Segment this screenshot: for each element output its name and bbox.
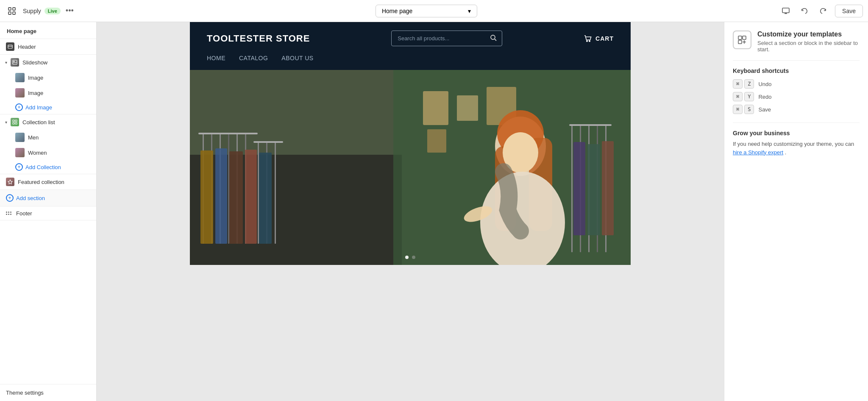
add-section-button[interactable]: + Add section [0,190,96,206]
right-panel: Customize your templates Select a sectio… [724,22,868,401]
panel-title: Customize your templates [757,31,860,38]
hero-dot-1[interactable] [405,256,409,259]
svg-rect-1 [13,8,15,10]
add-collection-link[interactable]: + Add Collection [0,160,96,174]
nav-catalog[interactable]: CATALOG [239,55,268,61]
theme-settings-button[interactable]: Theme settings [6,390,90,396]
sidebar-item-header[interactable]: Header [0,39,96,54]
chevron-slideshow: ▾ [5,60,7,65]
svg-rect-56 [573,142,585,235]
sidebar-section-footer: Footer [0,206,96,220]
svg-rect-25 [228,134,229,244]
shortcut-redo: ⌘ Y Redo [733,92,860,101]
key-cmd-3: ⌘ [733,105,743,114]
store-logo: TOOLTESTER STORE [207,33,310,44]
svg-rect-59 [738,36,742,39]
key-s: S [744,105,754,114]
panel-header: Customize your templates Select a sectio… [733,31,860,53]
save-button[interactable]: Save [835,5,863,17]
svg-marker-15 [8,180,12,184]
add-image-label: Add Image [25,104,52,111]
hire-shopify-link[interactable]: hire a Shopify expert [733,149,783,156]
image2-thumb [15,88,25,97]
svg-rect-12 [15,120,17,122]
add-image-link[interactable]: + Add Image [0,100,96,114]
menu-icon[interactable] [5,4,19,18]
svg-rect-60 [743,36,746,39]
preview-area: TOOLTESTER STORE [97,22,724,401]
hero-dot-2[interactable] [412,256,415,259]
save-action: Save [758,106,771,113]
page-selector-label: Home page [382,8,412,14]
svg-rect-55 [569,124,612,126]
undo-icon[interactable] [798,4,811,18]
add-collection-label: Add Collection [25,164,61,170]
hero-dots [405,256,415,259]
svg-rect-40 [457,95,478,121]
image1-thumb [15,73,25,82]
featured-collection-icon [6,178,14,186]
sidebar-item-collection-list[interactable]: ▾ Collection list [0,114,96,130]
grow-text: If you need help customizing your theme,… [733,140,860,156]
sidebar-item-header-label: Header [18,44,36,50]
plus-icon: + [15,103,23,111]
sidebar-sub-item-image1[interactable]: Image [0,70,96,85]
panel-header-text: Customize your templates Select a sectio… [757,31,860,53]
sidebar-section-header: Header [0,39,96,55]
plus-icon-collection: + [15,163,23,171]
svg-point-10 [14,61,15,62]
search-button[interactable] [485,31,502,46]
main-container: Home page Header ▾ [0,22,868,401]
nav-home[interactable]: HOME [207,55,225,61]
key-cmd-1: ⌘ [733,79,743,89]
sidebar-sub-item-men[interactable]: Men [0,130,96,145]
chevron-collection-list: ▾ [5,120,7,125]
sidebar-sub-item-women[interactable]: Women [0,145,96,160]
page-selector[interactable]: Home page ▾ [376,5,477,17]
sidebar-section-featured: Featured collection [0,174,96,190]
svg-rect-7 [8,45,12,48]
women-thumb [15,148,25,157]
brand-name: Supply [23,8,41,14]
collection-list-icon [11,118,19,126]
sidebar-sub-item-image2[interactable]: Image [0,85,96,100]
add-section-label: Add section [16,195,45,201]
shortcut-undo: ⌘ Z Undo [733,79,860,89]
desktop-icon[interactable] [779,4,793,18]
image1-label: Image [28,75,43,81]
sidebar-item-slideshow-label: Slideshow [22,59,47,66]
cart-button[interactable]: CART [584,34,614,43]
svg-rect-13 [13,123,14,124]
more-options-icon[interactable]: ••• [66,6,74,15]
sidebar-item-slideshow[interactable]: ▾ Slideshow [0,55,96,70]
svg-rect-57 [587,144,600,235]
hero-image [190,70,631,265]
sidebar-section-add: + Add section [0,190,96,206]
sidebar-section-slideshow: ▾ Slideshow Image Image + [0,55,96,114]
preview-inner: TOOLTESTER STORE [190,22,631,265]
svg-rect-28 [198,133,258,134]
chevron-down-icon: ▾ [468,8,471,14]
header-icon [6,42,14,51]
sidebar-item-featured-collection[interactable]: Featured collection [0,174,96,189]
redo-icon[interactable] [816,4,830,18]
nav-about[interactable]: ABOUT US [281,55,313,61]
sidebar-item-footer[interactable]: Footer [0,206,96,220]
svg-rect-39 [423,91,448,125]
footer-icon [6,210,13,217]
svg-rect-61 [738,40,742,44]
key-y: Y [744,92,754,101]
store-search [391,31,502,46]
store-header: TOOLTESTER STORE [190,22,631,70]
search-input[interactable] [392,32,485,45]
save-keys: ⌘ S [733,105,754,114]
store-nav: HOME CATALOG ABOUT US [207,55,614,61]
svg-rect-3 [13,12,15,14]
svg-rect-42 [427,129,446,153]
key-cmd-2: ⌘ [733,92,743,101]
cart-label: CART [595,35,614,42]
svg-rect-32 [253,141,283,143]
keyboard-shortcuts-title: Keyboard shortcuts [733,67,860,74]
sidebar: Home page Header ▾ [0,22,97,401]
topbar-right: Save [779,4,863,18]
